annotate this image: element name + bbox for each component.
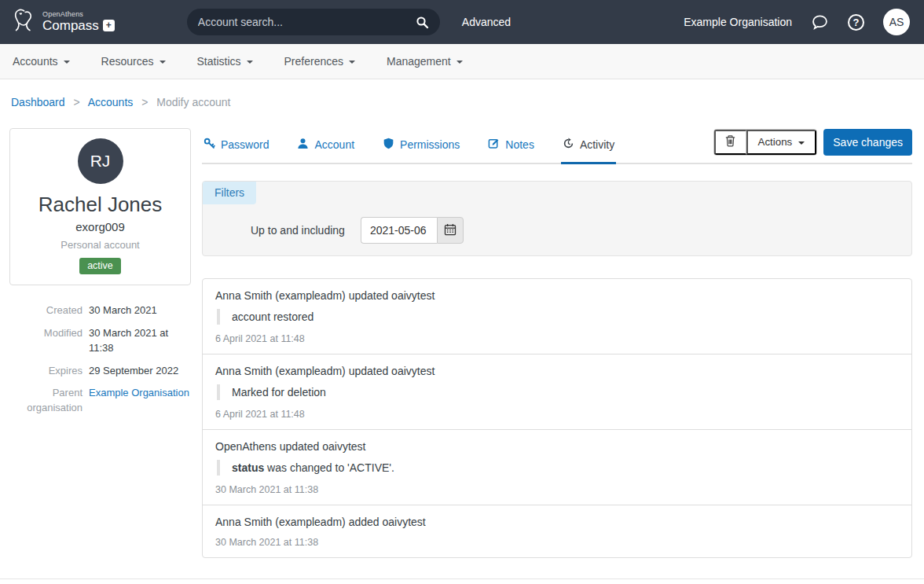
activity-timestamp: 30 March 2021 at 11:38	[215, 537, 899, 548]
calendar-icon	[444, 223, 456, 238]
activity-item: OpenAthens updated oaivytest status was …	[203, 430, 911, 505]
main-nav: Accounts Resources Statistics Preference…	[0, 44, 924, 79]
chevron-down-icon	[64, 61, 70, 64]
user-icon	[297, 138, 309, 152]
chevron-down-icon	[798, 141, 805, 145]
breadcrumb-accounts[interactable]: Accounts	[88, 96, 134, 108]
tab-activity[interactable]: Activity	[561, 128, 616, 164]
brand-name: OpenAthens	[42, 11, 115, 19]
tab-password[interactable]: Password	[202, 128, 270, 164]
breadcrumb: Dashboard > Accounts > Modify account	[0, 79, 924, 128]
nav-item-accounts[interactable]: Accounts	[13, 55, 70, 68]
actions-button[interactable]: Actions	[746, 130, 817, 155]
account-summary-panel: RJ Rachel Jones exorg009 Personal accoun…	[9, 128, 191, 424]
activity-timestamp: 6 April 2021 at 11:48	[215, 409, 899, 420]
tab-notes[interactable]: Notes	[486, 128, 536, 164]
date-filter-label: Up to and including	[251, 224, 345, 237]
main-content: RJ Rachel Jones exorg009 Personal accoun…	[0, 128, 924, 558]
user-avatar[interactable]: AS	[883, 9, 910, 35]
shield-icon	[383, 138, 394, 152]
activity-timestamp: 30 March 2021 at 11:38	[215, 484, 899, 495]
account-type: Personal account	[18, 239, 182, 251]
account-editor-panel: Password Account	[202, 128, 912, 558]
nav-item-resources[interactable]: Resources	[101, 55, 166, 68]
calendar-button[interactable]	[437, 217, 464, 244]
breadcrumb-current: Modify account	[156, 96, 230, 108]
chat-icon[interactable]	[811, 13, 829, 31]
chevron-down-icon	[247, 61, 253, 64]
activity-detail: status was changed to 'ACTIVE'.	[217, 460, 899, 476]
tab-bar: Password Account	[202, 128, 912, 164]
edit-icon	[488, 138, 500, 152]
status-badge: active	[79, 258, 121, 274]
app-logo[interactable]: OpenAthens Compass +	[11, 6, 115, 39]
toolbar: Actions Save changes	[713, 129, 912, 156]
chevron-down-icon	[456, 61, 463, 64]
activity-list: Anna Smith (exampleadm) updated oaivytes…	[202, 278, 912, 558]
activity-item: Anna Smith (exampleadm) updated oaivytes…	[203, 279, 911, 354]
history-icon	[563, 138, 574, 152]
date-input[interactable]	[361, 217, 437, 244]
breadcrumb-dashboard[interactable]: Dashboard	[11, 96, 65, 108]
app-header: OpenAthens Compass + Advanced Example Or…	[0, 0, 924, 44]
account-username: exorg009	[18, 220, 182, 233]
tab-permissions[interactable]: Permissions	[381, 128, 461, 164]
page-footer: Cookie settings Privacy policy © Copyrig…	[0, 578, 924, 584]
nav-item-statistics[interactable]: Statistics	[197, 55, 253, 68]
advanced-search-link[interactable]: Advanced	[462, 16, 511, 28]
trash-icon	[724, 134, 736, 149]
account-name: Rachel Jones	[18, 193, 182, 217]
delete-button[interactable]	[714, 130, 746, 155]
key-icon	[204, 138, 215, 152]
activity-detail: Marked for deletion	[217, 384, 899, 400]
filters-panel: Filters Up to and including	[202, 181, 912, 256]
product-name: Compass	[42, 19, 99, 34]
logo-text: OpenAthens Compass +	[42, 11, 115, 34]
search-icon[interactable]	[416, 16, 429, 29]
nav-item-preferences[interactable]: Preferences	[284, 55, 355, 68]
account-search	[187, 9, 440, 35]
chevron-down-icon	[349, 61, 355, 64]
save-changes-button[interactable]: Save changes	[823, 129, 912, 156]
help-icon[interactable]: ?	[848, 14, 864, 31]
detail-modified: Modified 30 March 2021 at 11:38	[9, 326, 191, 356]
detail-created: Created 30 March 2021	[9, 303, 191, 318]
parent-organisation-link[interactable]: Example Organisation	[89, 387, 189, 399]
activity-timestamp: 6 April 2021 at 11:48	[215, 333, 899, 344]
date-filter	[361, 217, 464, 244]
organisation-name: Example Organisation	[684, 16, 792, 28]
account-details: Created 30 March 2021 Modified 30 March …	[9, 303, 191, 416]
nav-item-management[interactable]: Management	[387, 55, 463, 68]
account-avatar: RJ	[78, 138, 123, 184]
chevron-down-icon	[160, 61, 166, 64]
search-input[interactable]	[198, 16, 416, 28]
activity-item: Anna Smith (exampleadm) added oaivytest …	[203, 505, 911, 557]
tab-account[interactable]: Account	[295, 128, 356, 164]
detail-parent-organisation: Parent organisation Example Organisation	[9, 386, 191, 416]
detail-expires: Expires 29 September 2022	[9, 364, 191, 379]
activity-detail: account restored	[217, 309, 899, 325]
openathens-logo-icon	[11, 6, 37, 39]
filters-panel-title: Filters	[203, 182, 256, 204]
profile-card: RJ Rachel Jones exorg009 Personal accoun…	[9, 128, 191, 285]
plus-badge-icon: +	[103, 20, 115, 31]
activity-item: Anna Smith (exampleadm) updated oaivytes…	[203, 354, 911, 430]
